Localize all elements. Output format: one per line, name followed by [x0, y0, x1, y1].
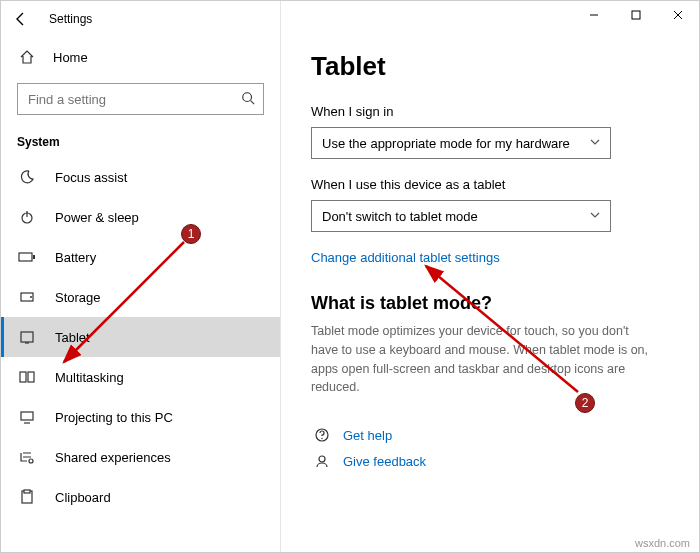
section-label: System — [1, 127, 280, 157]
device-value: Don't switch to tablet mode — [322, 209, 478, 224]
svg-point-19 — [321, 438, 322, 439]
home-icon — [17, 47, 37, 67]
sidebar-item-label: Storage — [55, 290, 101, 305]
get-help-link[interactable]: Get help — [343, 428, 392, 443]
home-nav[interactable]: Home — [1, 37, 280, 77]
sidebar-pane: Settings Home System Focus assist Power … — [1, 1, 281, 552]
storage-icon — [17, 289, 37, 305]
titlebar-left: Settings — [1, 1, 280, 37]
svg-rect-11 — [28, 372, 34, 382]
moon-icon — [17, 169, 37, 185]
svg-rect-12 — [21, 412, 33, 420]
sidebar-item-storage[interactable]: Storage — [1, 277, 280, 317]
feedback-icon — [311, 453, 333, 469]
give-feedback-row: Give feedback — [311, 453, 669, 469]
sidebar-item-multitasking[interactable]: Multitasking — [1, 357, 280, 397]
svg-point-13 — [29, 459, 33, 463]
maximize-button[interactable] — [615, 1, 657, 29]
svg-rect-8 — [21, 332, 33, 342]
app-title: Settings — [49, 12, 92, 26]
search-icon — [241, 91, 255, 108]
minimize-button[interactable] — [573, 1, 615, 29]
signin-value: Use the appropriate mode for my hardware — [322, 136, 570, 151]
sidebar-item-label: Focus assist — [55, 170, 127, 185]
svg-line-1 — [251, 100, 255, 104]
sidebar-item-shared-experiences[interactable]: Shared experiences — [1, 437, 280, 477]
chevron-down-icon — [590, 210, 600, 222]
home-label: Home — [53, 50, 88, 65]
close-button[interactable] — [657, 1, 699, 29]
content-pane: Tablet When I sign in Use the appropriat… — [281, 1, 699, 552]
sidebar-item-label: Projecting to this PC — [55, 410, 173, 425]
sidebar-item-power-sleep[interactable]: Power & sleep — [1, 197, 280, 237]
sidebar-item-label: Tablet — [55, 330, 90, 345]
signin-label: When I sign in — [311, 104, 669, 119]
sidebar-item-label: Battery — [55, 250, 96, 265]
subheading: What is tablet mode? — [311, 293, 669, 314]
nav-list: Focus assist Power & sleep Battery Stora… — [1, 157, 280, 552]
svg-rect-4 — [19, 253, 32, 261]
projecting-icon — [17, 409, 37, 425]
sidebar-item-label: Multitasking — [55, 370, 124, 385]
sidebar-item-focus-assist[interactable]: Focus assist — [1, 157, 280, 197]
sidebar-item-projecting[interactable]: Projecting to this PC — [1, 397, 280, 437]
give-feedback-link[interactable]: Give feedback — [343, 454, 426, 469]
device-dropdown[interactable]: Don't switch to tablet mode — [311, 200, 611, 232]
help-icon — [311, 427, 333, 443]
svg-rect-17 — [632, 11, 640, 19]
sidebar-item-label: Shared experiences — [55, 450, 171, 465]
sidebar-item-tablet[interactable]: Tablet — [1, 317, 280, 357]
chevron-down-icon — [590, 137, 600, 149]
power-icon — [17, 209, 37, 225]
get-help-row: Get help — [311, 427, 669, 443]
sidebar-item-label: Power & sleep — [55, 210, 139, 225]
svg-point-0 — [243, 92, 252, 101]
sidebar-item-clipboard[interactable]: Clipboard — [1, 477, 280, 517]
svg-point-20 — [319, 456, 325, 462]
shared-icon — [17, 449, 37, 465]
device-label: When I use this device as a tablet — [311, 177, 669, 192]
search-input[interactable] — [26, 91, 241, 108]
page-title: Tablet — [311, 51, 669, 82]
multitasking-icon — [17, 369, 37, 385]
tablet-icon — [17, 329, 37, 345]
annotation-badge-2: 2 — [575, 393, 595, 413]
description-text: Tablet mode optimizes your device for to… — [311, 322, 651, 397]
search-box[interactable] — [17, 83, 264, 115]
signin-dropdown[interactable]: Use the appropriate mode for my hardware — [311, 127, 611, 159]
sidebar-item-battery[interactable]: Battery — [1, 237, 280, 277]
change-additional-settings-link[interactable]: Change additional tablet settings — [311, 250, 500, 265]
svg-rect-10 — [20, 372, 26, 382]
back-button[interactable] — [13, 11, 29, 27]
watermark: wsxdn.com — [635, 537, 690, 549]
svg-rect-5 — [33, 255, 35, 259]
sidebar-item-label: Clipboard — [55, 490, 111, 505]
svg-rect-15 — [24, 490, 30, 493]
window-controls — [573, 1, 699, 29]
battery-icon — [17, 251, 37, 263]
clipboard-icon — [17, 489, 37, 505]
svg-point-7 — [30, 296, 32, 298]
annotation-badge-1: 1 — [181, 224, 201, 244]
